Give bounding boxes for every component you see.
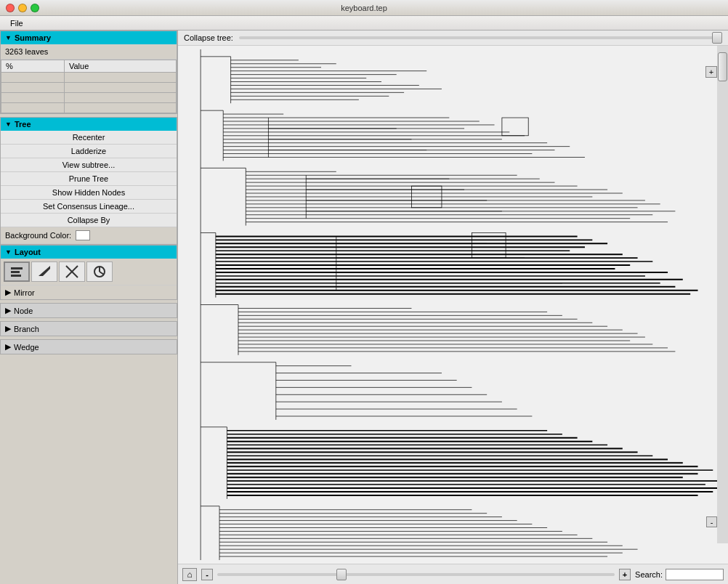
home-button[interactable]: ⌂: [182, 568, 197, 581]
tree-visualization: [178, 46, 728, 564]
collapse-slider[interactable]: [239, 36, 722, 39]
table-row: [1, 73, 65, 83]
layout-rect-icon: [9, 264, 24, 279]
table-row: [1, 83, 65, 93]
node-label: Node: [14, 307, 33, 315]
minimize-button[interactable]: [18, 4, 27, 12]
branch-label: Branch: [14, 325, 39, 333]
v-scroll-thumb[interactable]: [718, 52, 727, 81]
recenter-button[interactable]: Recenter: [1, 131, 177, 145]
tree-canvas: + -: [178, 46, 728, 564]
node-header[interactable]: ▶ Node: [1, 304, 177, 317]
maximize-button[interactable]: [31, 4, 39, 12]
branch-arrow: ▶: [5, 324, 11, 333]
layout-radial-button[interactable]: [86, 261, 113, 282]
zoom-plus-button[interactable]: +: [705, 66, 717, 78]
show-hidden-nodes-button[interactable]: Show Hidden Nodes: [1, 186, 177, 200]
window-controls[interactable]: [6, 4, 39, 12]
col-value: Value: [64, 60, 176, 73]
col-percent: %: [1, 60, 65, 73]
layout-slant-button[interactable]: [31, 261, 57, 282]
bg-color-row: Background Color:: [1, 227, 177, 244]
layout-radial-icon: [92, 264, 107, 279]
set-consensus-button[interactable]: Set Consensus Lineage...: [1, 200, 177, 214]
main-content: ▼ Summary 3263 leaves % Value: [0, 31, 728, 584]
svg-rect-2: [11, 275, 21, 277]
svg-marker-3: [39, 266, 50, 276]
layout-label: Layout: [15, 248, 41, 256]
zoom-minus-v-button[interactable]: -: [706, 516, 717, 527]
summary-arrow: ▼: [5, 34, 12, 41]
tree-header[interactable]: ▼ Tree: [1, 118, 177, 131]
tree-arrow: ▼: [5, 121, 12, 128]
zoom-out-button[interactable]: -: [201, 569, 213, 580]
layout-cross-button[interactable]: [59, 261, 85, 282]
svg-rect-1: [11, 271, 20, 273]
ladderize-button[interactable]: Ladderize: [1, 145, 177, 158]
layout-header[interactable]: ▼ Layout: [1, 246, 177, 259]
title-bar: keyboard.tep: [0, 0, 728, 16]
view-subtree-button[interactable]: View subtree...: [1, 158, 177, 172]
window-title: keyboard.tep: [341, 4, 387, 12]
node-arrow: ▶: [5, 306, 11, 315]
svg-rect-0: [11, 267, 23, 269]
file-menu[interactable]: File: [6, 19, 28, 28]
summary-table: % Value: [1, 60, 177, 113]
mirror-arrow: ▶: [5, 288, 11, 297]
color-swatch[interactable]: [76, 230, 90, 240]
wedge-label: Wedge: [14, 343, 39, 352]
table-row: [1, 103, 65, 113]
vertical-scrollbar[interactable]: [717, 46, 728, 543]
search-label: Search:: [635, 570, 663, 579]
summary-header[interactable]: ▼ Summary: [1, 31, 177, 44]
layout-cross-icon: [65, 264, 79, 279]
search-input[interactable]: [666, 569, 724, 580]
tree-panel: ▼ Tree Recenter Ladderize View subtree..…: [0, 117, 177, 245]
sidebar: ▼ Summary 3263 leaves % Value: [0, 31, 178, 584]
search-area: Search:: [635, 569, 724, 580]
table-row: [1, 93, 65, 103]
horizontal-slider[interactable]: [217, 573, 615, 576]
leaves-count: 3263 leaves: [1, 44, 177, 60]
wedge-section: ▶ Wedge: [0, 339, 177, 354]
menu-bar: File: [0, 16, 728, 31]
collapse-tree-label: Collapse tree:: [184, 33, 233, 42]
layout-rect-button[interactable]: [4, 261, 30, 282]
collapse-tree-bar: Collapse tree:: [178, 31, 728, 46]
tree-label: Tree: [15, 120, 31, 129]
layout-slant-icon: [37, 264, 52, 279]
h-slider-thumb[interactable]: [336, 569, 347, 580]
mirror-label: Mirror: [14, 288, 35, 297]
mirror-row: ▶ Mirror: [1, 285, 177, 299]
right-panel: Collapse tree: + -: [178, 31, 728, 584]
bg-color-label: Background Color:: [5, 231, 71, 240]
wedge-arrow: ▶: [5, 342, 11, 352]
branch-header[interactable]: ▶ Branch: [1, 322, 177, 336]
layout-arrow: ▼: [5, 248, 12, 256]
wedge-header[interactable]: ▶ Wedge: [1, 340, 177, 354]
collapse-slider-thumb[interactable]: [712, 32, 722, 44]
prune-tree-button[interactable]: Prune Tree: [1, 172, 177, 186]
summary-panel: ▼ Summary 3263 leaves % Value: [0, 31, 177, 114]
branch-section: ▶ Branch: [0, 321, 177, 336]
collapse-by-button[interactable]: Collapse By: [1, 214, 177, 227]
layout-icons: [1, 259, 177, 285]
layout-panel: ▼ Layout: [0, 245, 177, 300]
svg-rect-151: [502, 118, 528, 136]
node-section: ▶ Node: [0, 303, 177, 318]
bottom-bar: ⌂ - + Search:: [178, 564, 728, 584]
zoom-in-button[interactable]: +: [619, 569, 631, 580]
close-button[interactable]: [6, 4, 15, 12]
summary-label: Summary: [15, 33, 51, 42]
